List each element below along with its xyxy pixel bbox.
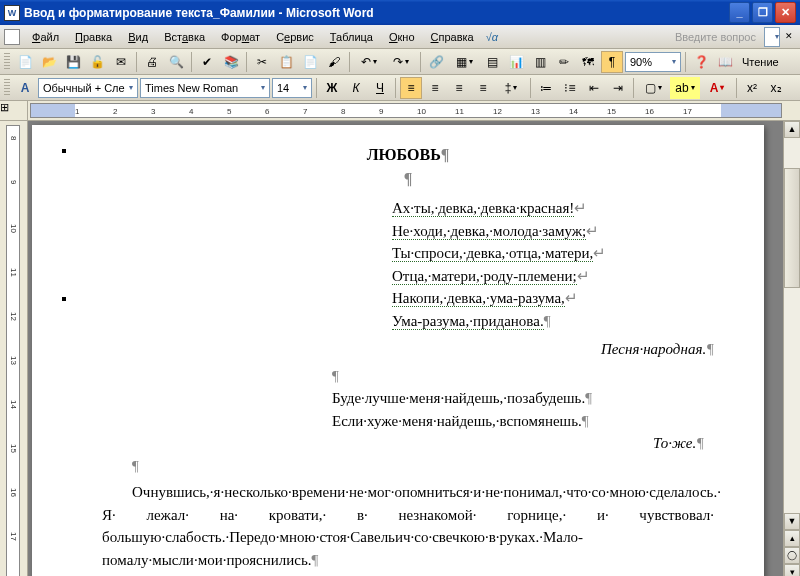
standard-toolbar: 📄 📂 💾 🔓 ✉ 🖨 🔍 ✔ 📚 ✂ 📋 📄 🖌 ↶ ↷ 🔗 ▦ ▤ 📊 ▥ … [0,49,800,75]
scroll-up-button[interactable]: ▲ [784,121,800,138]
horizontal-ruler[interactable]: 1234567891011121314151617 [30,103,782,118]
font-combo[interactable]: Times New Roman [140,78,270,98]
document-icon[interactable] [4,29,20,45]
couplet-block[interactable]: ¶ Буде·лучше·меня·найдешь,·позабудешь.¶ … [332,365,714,433]
show-marks-button[interactable]: ¶ [601,51,623,73]
attribution-2[interactable]: То·же.¶ [102,432,704,455]
subscript-button[interactable]: x₂ [765,77,787,99]
save-button[interactable]: 💾 [62,51,84,73]
vertical-ruler[interactable]: 891011121314151617 [0,121,28,576]
line-spacing-button[interactable]: ‡ [496,77,526,99]
print-button[interactable]: 🖨 [141,51,163,73]
read-icon[interactable]: 📖 [714,51,736,73]
menu-window[interactable]: Окно [381,29,423,45]
scroll-down-button[interactable]: ▼ [784,513,800,530]
italic-button[interactable]: К [345,77,367,99]
outdent-button[interactable]: ⇤ [583,77,605,99]
scroll-thumb[interactable] [784,168,800,288]
bold-button[interactable]: Ж [321,77,343,99]
align-left-button[interactable]: ≡ [400,77,422,99]
toolbar-grip[interactable] [4,53,10,71]
hyperlink-button[interactable]: 🔗 [425,51,447,73]
font-size-combo[interactable]: 14 [272,78,312,98]
paste-button[interactable]: 📄 [299,51,321,73]
superscript-button[interactable]: x² [741,77,763,99]
scroll-track[interactable] [784,138,800,513]
empty-para[interactable]: ¶ [102,571,714,576]
empty-para[interactable]: ¶ [102,167,714,191]
formatting-mark [62,149,66,153]
research-button[interactable]: 📚 [220,51,242,73]
prev-page-button[interactable]: ▴ [784,530,800,547]
close-button[interactable]: ✕ [775,2,796,23]
help-dropdown[interactable] [764,27,780,47]
highlight-button[interactable]: ab [670,77,700,99]
word-app-icon: W [4,5,20,21]
indent-button[interactable]: ⇥ [607,77,629,99]
vertical-scrollbar[interactable]: ▲ ▼ ▴ ◯ ▾ [783,121,800,576]
insert-table-button[interactable]: ▤ [481,51,503,73]
excel-button[interactable]: 📊 [505,51,527,73]
preview-button[interactable]: 🔍 [165,51,187,73]
bulleted-list-button[interactable]: ⁝≡ [559,77,581,99]
read-mode-button[interactable]: Чтение [738,56,783,68]
menu-bar: Файл Правка Вид Вставка Формат Сервис Та… [0,25,800,49]
horizontal-ruler-row: ⊞ 1234567891011121314151617 [0,101,800,121]
copy-button[interactable]: 📋 [275,51,297,73]
workspace: 891011121314151617 ЛЮБОВЬ¶ ¶ Ах·ты,·девк… [0,121,800,576]
next-page-button[interactable]: ▾ [784,564,800,576]
format-painter-button[interactable]: 🖌 [323,51,345,73]
font-color-button[interactable]: A [702,77,732,99]
help-button[interactable]: ❓ [690,51,712,73]
tables-button[interactable]: ▦ [449,51,479,73]
menu-table[interactable]: Таблица [322,29,381,45]
menu-file[interactable]: Файл [24,29,67,45]
document-page[interactable]: ЛЮБОВЬ¶ ¶ Ах·ты,·девка,·девка·красная!↵ … [32,125,764,576]
cut-button[interactable]: ✂ [251,51,273,73]
toolbar-grip[interactable] [4,79,10,97]
email-button[interactable]: ✉ [110,51,132,73]
math-addon-icon[interactable]: √α [486,31,498,43]
undo-button[interactable]: ↶ [354,51,384,73]
window-title: Ввод и форматирование текста_Фамилии - M… [24,6,727,20]
style-combo[interactable]: Обычный + Сле [38,78,138,98]
borders-button[interactable]: ▢ [638,77,668,99]
menu-format[interactable]: Формат [213,29,268,45]
styles-pane-button[interactable]: A [14,77,36,99]
ruler-corner[interactable]: ⊞ [0,101,28,120]
align-justify-button[interactable]: ≡ [472,77,494,99]
help-prompt[interactable]: Введите вопрос [675,31,764,43]
numbered-list-button[interactable]: ≔ [535,77,557,99]
align-right-button[interactable]: ≡ [448,77,470,99]
minimize-button[interactable]: _ [729,2,750,23]
menu-insert[interactable]: Вставка [156,29,213,45]
underline-button[interactable]: Ч [369,77,391,99]
spelling-button[interactable]: ✔ [196,51,218,73]
align-center-button[interactable]: ≡ [424,77,446,99]
formatting-mark [62,297,66,301]
doc-heading[interactable]: ЛЮБОВЬ¶ [102,143,714,167]
menu-help[interactable]: Справка [423,29,482,45]
poem-block[interactable]: Ах·ты,·девка,·девка·красная!↵ Не·ходи,·д… [392,197,714,332]
attribution-1[interactable]: Песня·народная.¶ [392,338,714,361]
drawing-button[interactable]: ✏ [553,51,575,73]
doc-close-button[interactable]: ✕ [782,30,796,44]
title-bar: W Ввод и форматирование текста_Фамилии -… [0,0,800,25]
restore-button[interactable]: ❐ [752,2,773,23]
open-button[interactable]: 📂 [38,51,60,73]
redo-button[interactable]: ↷ [386,51,416,73]
menu-edit[interactable]: Правка [67,29,120,45]
menu-tools[interactable]: Сервис [268,29,322,45]
browse-object-button[interactable]: ◯ [784,547,800,564]
new-button[interactable]: 📄 [14,51,36,73]
docmap-button[interactable]: 🗺 [577,51,599,73]
body-paragraph[interactable]: Очнувшись,·я·несколько·времени·не·мог·оп… [102,481,714,571]
empty-para[interactable]: ¶ [102,455,714,478]
menu-view[interactable]: Вид [120,29,156,45]
formatting-toolbar: A Обычный + Сле Times New Roman 14 Ж К Ч… [0,75,800,101]
document-area[interactable]: ЛЮБОВЬ¶ ¶ Ах·ты,·девка,·девка·красная!↵ … [28,121,783,576]
zoom-combo[interactable]: 90% [625,52,681,72]
permission-button[interactable]: 🔓 [86,51,108,73]
columns-button[interactable]: ▥ [529,51,551,73]
